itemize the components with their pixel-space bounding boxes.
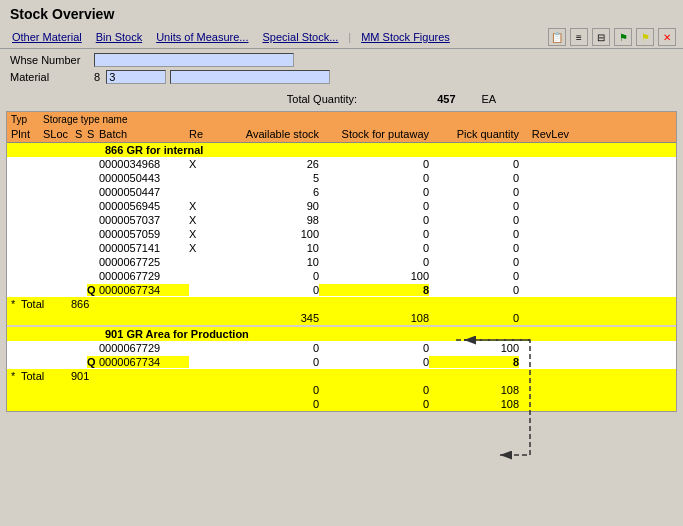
material-input-right[interactable] xyxy=(170,70,330,84)
app-window: Stock Overview Other Material Bin Stock … xyxy=(0,0,683,412)
group-header-901: 901 GR Area for Production xyxy=(7,327,676,341)
total-866-values: 345 108 0 xyxy=(7,311,676,325)
grand-total-row: 0 0 108 xyxy=(7,397,676,411)
section-866-rows: 0000034968 X 26 0 0 0000050443 5 0 xyxy=(7,157,676,297)
table-header-1: Typ Storage type name xyxy=(7,112,676,127)
table-row: 0000057141 X 10 0 0 xyxy=(7,241,676,255)
table-row: 0000067725 10 0 0 xyxy=(7,255,676,269)
group-label-901: 901 GR Area for Production xyxy=(101,328,253,340)
total-unit: EA xyxy=(482,93,497,105)
col-batch: Batch xyxy=(99,128,189,140)
icon-flag-yellow[interactable]: ⚑ xyxy=(636,28,654,46)
group-header-866: 866 GR for internal xyxy=(7,143,676,157)
menu-mm-stock[interactable]: MM Stock Figures xyxy=(355,29,456,45)
col-s1: S xyxy=(75,128,87,140)
table-row: 0000067729 0 100 0 xyxy=(7,269,676,283)
title-bar: Stock Overview xyxy=(0,0,683,26)
whse-input[interactable] xyxy=(94,53,294,67)
material-field-row: Material 8 xyxy=(10,70,673,84)
total-901-values: 0 0 108 xyxy=(7,383,676,397)
menu-bar: Other Material Bin Stock Units of Measur… xyxy=(0,26,683,49)
icon-exit[interactable]: ✕ xyxy=(658,28,676,46)
total-label: Total Quantity: xyxy=(287,93,357,105)
col-header-storage: Storage type name xyxy=(43,114,173,125)
whse-field-row: Whse Number xyxy=(10,53,673,67)
col-re: Re xyxy=(189,128,219,140)
table-row: 0000034968 X 26 0 0 xyxy=(7,157,676,171)
menu-other-material[interactable]: Other Material xyxy=(6,29,88,45)
table-row: 0000057037 X 98 0 0 xyxy=(7,213,676,227)
menu-special-stock[interactable]: Special Stock... xyxy=(257,29,345,45)
total-866: * Total 866 xyxy=(7,297,676,311)
section-901-rows: 0000067729 0 0 100 Q 0000067734 0 0 xyxy=(7,341,676,369)
material-prefix: 8 xyxy=(94,71,100,83)
table-row: 0000050447 6 0 0 xyxy=(7,185,676,199)
menu-bin-stock[interactable]: Bin Stock xyxy=(90,29,148,45)
table-row: 0000067729 0 0 100 xyxy=(7,341,676,355)
whse-label: Whse Number xyxy=(10,54,90,66)
app-title: Stock Overview xyxy=(10,6,114,22)
col-s2: S xyxy=(87,128,99,140)
table-row-highlighted-901: Q 0000067734 0 0 8 xyxy=(7,355,676,369)
section-901: 901 GR Area for Production 0000067729 0 … xyxy=(7,327,676,397)
highlighted-value-901: 8 xyxy=(429,356,519,368)
table-row-highlighted-866: Q 0000067734 0 8 0 xyxy=(7,283,676,297)
table-header-2: Plnt SLoc S S Batch Re Available stock S… xyxy=(7,127,676,143)
menu-units[interactable]: Units of Measure... xyxy=(150,29,254,45)
col-pick: Pick quantity xyxy=(429,128,519,140)
total-row: Total Quantity: 457 EA xyxy=(0,91,683,107)
total-901: * Total 901 xyxy=(7,369,676,383)
menu-separator: | xyxy=(346,31,353,43)
table-row: 0000057059 X 100 0 0 xyxy=(7,227,676,241)
material-label: Material xyxy=(10,71,90,83)
highlighted-value-866: 8 xyxy=(319,284,429,296)
icon-clipboard[interactable]: 📋 xyxy=(548,28,566,46)
col-putaway: Stock for putaway xyxy=(319,128,429,140)
icon-table-view[interactable]: ≡ xyxy=(570,28,588,46)
group-label-866: 866 GR for internal xyxy=(101,144,207,156)
section-866: 866 GR for internal 0000034968 X 26 0 0 xyxy=(7,143,676,325)
col-rev: RevLev xyxy=(519,128,569,140)
table-row: 0000056945 X 90 0 0 xyxy=(7,199,676,213)
total-value: 457 xyxy=(437,93,455,105)
icon-flag-green[interactable]: ⚑ xyxy=(614,28,632,46)
icon-list-view[interactable]: ⊟ xyxy=(592,28,610,46)
col-sloc: SLoc xyxy=(43,128,75,140)
col-plnt: Plnt xyxy=(11,128,43,140)
fields-area: Whse Number Material 8 xyxy=(0,49,683,91)
main-table: Typ Storage type name Plnt SLoc S S Batc… xyxy=(6,111,677,412)
col-header-typ: Typ xyxy=(11,114,43,125)
col-avail: Available stock xyxy=(219,128,319,140)
table-row: 0000050443 5 0 0 xyxy=(7,171,676,185)
material-input-left[interactable] xyxy=(106,70,166,84)
